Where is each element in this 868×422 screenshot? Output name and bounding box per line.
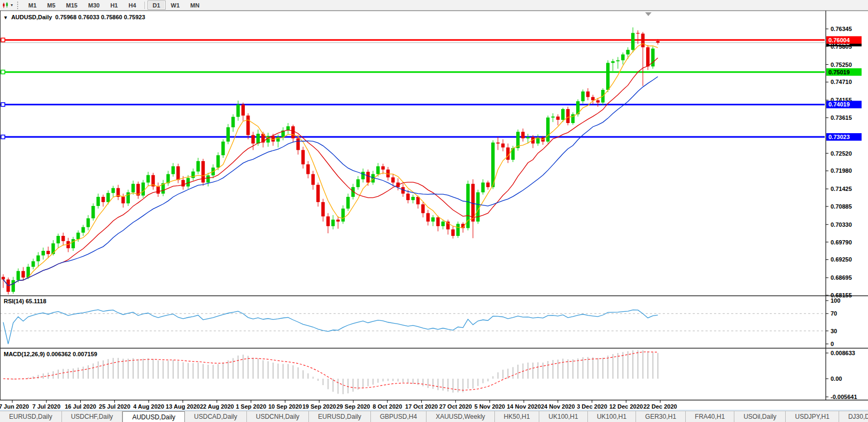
bull-candle <box>611 62 615 63</box>
bull-candle <box>91 206 95 218</box>
price-axis-tick: 0.69250 <box>831 256 852 263</box>
date-axis-label: 27 Oct 2020 <box>439 403 472 410</box>
bear-candle <box>391 178 394 183</box>
chart-tab-GER30-H1[interactable]: GER30,H1 <box>636 411 686 422</box>
chart-title-symbol: AUDUSD,Daily <box>11 14 52 20</box>
bull-candle <box>631 33 634 50</box>
bull-candle <box>36 256 40 262</box>
bear-candle <box>451 229 454 236</box>
timeframe-button-M1[interactable]: M1 <box>23 1 42 10</box>
chart-title: ▼ AUDUSD,Daily 0.75968 0.76033 0.75860 0… <box>3 14 145 20</box>
bear-candle <box>242 104 245 116</box>
bull-candle <box>456 224 460 236</box>
macd-indicator-label: MACD(12,26,9) 0.006362 0.007159 <box>4 351 97 357</box>
bull-candle <box>621 55 624 60</box>
panel-backgrounds <box>0 11 868 400</box>
bull-candle <box>57 236 60 243</box>
bear-candle <box>636 33 639 34</box>
bull-candle <box>236 104 239 117</box>
timeframe-button-W1[interactable]: W1 <box>166 1 185 10</box>
bull-candle <box>42 251 45 256</box>
timeframe-button-MN[interactable]: MN <box>185 1 205 10</box>
bear-candle <box>366 172 369 182</box>
bull-candle <box>342 209 345 221</box>
bull-candle <box>376 166 379 174</box>
bear-candle <box>586 91 590 97</box>
bear-candle <box>316 185 320 202</box>
rsi-axis-tick: 30 <box>831 328 837 334</box>
chart-tab-XAUUSD-Weekly[interactable]: XAUUSD,Weekly <box>427 411 494 422</box>
line-drag-handle[interactable] <box>1 135 5 139</box>
bear-candle <box>421 204 424 213</box>
chart-tab-USDCNH-Daily[interactable]: USDCNH,Daily <box>247 411 309 422</box>
bear-candle <box>556 117 560 120</box>
bull-candle <box>546 118 549 142</box>
bull-candle <box>96 197 99 206</box>
bull-candle <box>536 137 539 143</box>
svg-text:0.74019: 0.74019 <box>828 101 850 108</box>
date-axis-label: 16 Jul 2020 <box>65 403 96 410</box>
price-axis-tick: 0.71425 <box>831 186 852 192</box>
toolbar-grip[interactable] <box>17 2 21 9</box>
bear-candle <box>2 277 5 280</box>
bear-candle <box>246 116 250 135</box>
bear-candle <box>596 100 599 102</box>
chart-tab-DJ30-Daily[interactable]: DJ30,Daily <box>839 411 868 422</box>
timeframe-button-M15[interactable]: M15 <box>61 1 83 10</box>
bull-candle <box>72 239 75 248</box>
date-axis-label: 14 Nov 2020 <box>507 403 541 410</box>
bear-candle <box>566 109 569 123</box>
rsi-indicator-label: RSI(14) 65.1118 <box>4 298 46 304</box>
date-axis: 27 Jun 20207 Jul 202016 Jul 202025 Jul 2… <box>0 400 677 410</box>
bull-candle <box>606 63 609 90</box>
date-axis-label: 25 Jul 2020 <box>99 403 130 410</box>
chart-tab-USDCHF-Daily[interactable]: USDCHF,Daily <box>62 411 123 422</box>
price-chart-canvas[interactable]: 0.763450.758050.752500.747100.741550.736… <box>0 0 868 410</box>
date-axis-label: 4 Aug 2020 <box>133 403 164 410</box>
chart-tab-USDJPY-H1[interactable]: USDJPY,H1 <box>786 411 839 422</box>
line-drag-handle[interactable] <box>1 70 5 74</box>
chevron-down-icon: ▾ <box>11 3 13 7</box>
bull-candle <box>87 218 90 227</box>
bear-candle <box>301 150 305 165</box>
timeframe-button-H4[interactable]: H4 <box>123 1 141 10</box>
chart-tab-UK100-H1[interactable]: UK100,H1 <box>539 411 587 422</box>
bull-candle <box>526 137 530 138</box>
bear-candle <box>21 271 25 278</box>
bull-candle <box>131 184 135 193</box>
timeframe-button-H1[interactable]: H1 <box>105 1 123 10</box>
rsi-axis-tick: 70 <box>831 310 837 317</box>
bull-candle <box>112 188 115 193</box>
chart-tab-USDCAD-Daily[interactable]: USDCAD,Daily <box>185 411 247 422</box>
bear-candle <box>291 126 294 138</box>
bear-candle <box>321 202 324 217</box>
chart-tab-USOil-Daily[interactable]: USOil,Daily <box>734 411 786 422</box>
chart-tab-FRA40-H1[interactable]: FRA40,H1 <box>686 411 734 422</box>
bull-candle <box>76 233 80 239</box>
collapse-triangle-icon[interactable]: ▼ <box>3 16 8 20</box>
price-axis-tick: 0.72520 <box>831 150 852 157</box>
svg-text:0.75019: 0.75019 <box>828 69 850 75</box>
svg-text:0.76004: 0.76004 <box>828 37 850 43</box>
chart-type-dropdown[interactable]: ▾ <box>0 1 15 10</box>
chart-tab-GBPUSD-H4[interactable]: GBPUSD,H4 <box>371 411 427 422</box>
bull-candle <box>361 172 365 179</box>
chart-tab-AUDUSD-Daily[interactable]: AUDUSD,Daily <box>122 411 185 422</box>
chart-tab-EURUSD-Daily[interactable]: EURUSD,Daily <box>309 411 371 422</box>
line-drag-handle[interactable] <box>1 103 5 106</box>
date-axis-label: 13 Aug 2020 <box>166 403 200 410</box>
chart-tabs: EURUSD,DailyUSDCHF,DailyAUDUSD,DailyUSDC… <box>0 411 868 422</box>
timeframe-button-D1[interactable]: D1 <box>148 1 166 10</box>
chart-tab-HK50-H1[interactable]: HK50,H1 <box>495 411 540 422</box>
chart-tab-UK100-H1[interactable]: UK100,H1 <box>588 411 636 422</box>
bull-candle <box>651 49 654 66</box>
bull-candle <box>231 117 235 127</box>
price-axis-tick: 0.69790 <box>831 239 852 245</box>
bear-candle <box>306 164 309 174</box>
timeframe-button-M30[interactable]: M30 <box>83 1 105 10</box>
date-axis-label: 22 Dec 2020 <box>644 403 677 410</box>
timeframe-button-M5[interactable]: M5 <box>42 1 60 10</box>
price-axis-tick: 0.68695 <box>831 274 852 281</box>
chart-tab-EURUSD-Daily[interactable]: EURUSD,Daily <box>0 411 62 422</box>
line-drag-handle[interactable] <box>1 38 5 42</box>
